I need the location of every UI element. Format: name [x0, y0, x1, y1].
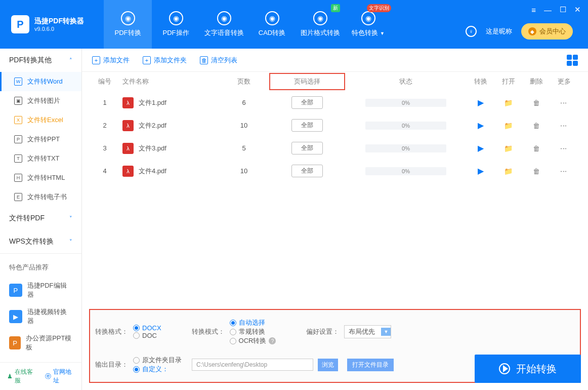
page-range-button[interactable]: 全部: [291, 96, 323, 109]
headset-icon: ♟: [7, 373, 13, 380]
app-version: v9.0.6.0: [34, 26, 84, 32]
more-icon[interactable]: ⋮: [560, 100, 568, 105]
top-tab-4[interactable]: 新◉图片格式转换: [296, 0, 344, 49]
add-file-button[interactable]: +添加文件: [92, 56, 130, 65]
top-tab-5[interactable]: 文字识别◉特色转换▼: [344, 0, 392, 49]
add-folder-button[interactable]: +添加文件夹: [143, 56, 187, 65]
pdf-icon: λ: [122, 143, 134, 154]
minimize-icon[interactable]: —: [544, 6, 552, 14]
more-icon[interactable]: ⋮: [560, 168, 568, 174]
sidebar-group-0[interactable]: PDF转换其他˄: [0, 49, 81, 72]
sidebar-item-0-6[interactable]: E文件转电子书: [0, 187, 81, 207]
progress-bar: 0%: [365, 167, 446, 175]
more-icon[interactable]: ⋮: [560, 123, 568, 128]
radio-icon: [230, 320, 236, 326]
progress-bar: 0%: [365, 122, 446, 130]
sidebar-item-0-2[interactable]: X文件转Excel: [0, 110, 81, 130]
start-convert-button[interactable]: 开始转换: [475, 355, 581, 383]
sidebar-footer: ♟在线客服 ⓔ官网地址: [0, 362, 81, 390]
menu-icon[interactable]: ≡: [531, 6, 536, 14]
sidebar-group-1[interactable]: 文件转PDF˅: [0, 207, 81, 230]
clear-list-button[interactable]: 🗑清空列表: [200, 56, 237, 65]
sidebar-group-2[interactable]: WPS文件转换˅: [0, 230, 81, 253]
page-range-button[interactable]: 全部: [291, 142, 323, 154]
delete-icon[interactable]: 🗑: [533, 99, 540, 107]
user-nickname[interactable]: 这是昵称: [486, 27, 512, 36]
top-tab-3[interactable]: ◉CAD转换: [248, 0, 296, 49]
pref-select[interactable]: 布局优先▼: [344, 325, 391, 338]
sidebar: PDF转换其他˄W文件转Word▣文件转图片X文件转ExcelP文件转PPTT文…: [0, 49, 82, 390]
delete-icon[interactable]: 🗑: [533, 122, 540, 130]
top-tabs: ◉PDF转换◉PDF操作◉文字语音转换◉CAD转换新◉图片格式转换文字识别◉特色…: [104, 0, 392, 49]
convert-play-icon[interactable]: ▶: [478, 144, 484, 152]
sidebar-item-0-4[interactable]: T文件转TXT: [0, 149, 81, 168]
vip-diamond-icon: ◆: [528, 27, 536, 35]
window-controls: ≡ — ☐ ✕: [531, 5, 581, 14]
sidebar-item-0-1[interactable]: ▣文件转图片: [0, 91, 81, 110]
open-folder-icon[interactable]: 📁: [504, 144, 513, 152]
official-site-link[interactable]: ⓔ官网地址: [45, 368, 74, 385]
page-range-button[interactable]: 全部: [291, 119, 323, 132]
table-row: 1 λ文件1.pdf 6 全部 0% ▶ 📁 🗑 ⋮: [82, 91, 588, 114]
file-type-icon: X: [14, 116, 22, 124]
progress-bar: 0%: [365, 99, 446, 107]
file-type-icon: P: [14, 135, 22, 143]
chevron-icon: ˅: [69, 239, 72, 245]
view-switch[interactable]: [567, 55, 578, 66]
close-icon[interactable]: ✕: [574, 5, 581, 14]
badge-new: 新: [331, 4, 340, 12]
delete-icon[interactable]: 🗑: [533, 167, 540, 175]
mode-option-2[interactable]: OCR转换?: [230, 336, 276, 345]
radio-icon: [230, 329, 236, 335]
play-circle-icon: [499, 363, 510, 374]
sidebar-item-0-0[interactable]: W文件转Word: [0, 72, 81, 91]
online-service-link[interactable]: ♟在线客服: [7, 368, 36, 385]
more-icon[interactable]: ⋮: [560, 145, 568, 151]
vip-center-button[interactable]: ◆ 会员中心: [521, 23, 573, 40]
open-folder-icon[interactable]: 📁: [504, 122, 513, 130]
mode-option-0[interactable]: 自动选择: [230, 318, 276, 327]
radio-icon: [133, 325, 140, 331]
sidebar-item-0-3[interactable]: P文件转PPT: [0, 130, 81, 149]
convert-play-icon[interactable]: ▶: [478, 167, 484, 175]
radio-icon: [133, 366, 140, 373]
promo-item-2[interactable]: P办公资源PPT模板: [2, 330, 79, 356]
toolbar: +添加文件 +添加文件夹 🗑清空列表: [82, 49, 588, 72]
top-tab-0[interactable]: ◉PDF转换: [104, 0, 152, 49]
sidebar-item-0-5[interactable]: H文件转HTML: [0, 168, 81, 187]
format-option-DOCX[interactable]: DOCX: [133, 324, 161, 332]
mode-option-1[interactable]: 常规转换: [230, 327, 276, 336]
top-tab-1[interactable]: ◉PDF操作: [152, 0, 200, 49]
page-range-header-highlight: 页码选择: [269, 73, 345, 90]
output-path-input[interactable]: C:\Users\cenfeng\Desktop: [192, 359, 313, 371]
delete-icon[interactable]: 🗑: [533, 144, 540, 152]
radio-icon: [133, 332, 140, 339]
titlebar: P 迅捷PDF转换器 v9.0.6.0 ◉PDF转换◉PDF操作◉文字语音转换◉…: [0, 0, 588, 49]
top-tab-2[interactable]: ◉文字语音转换: [200, 0, 248, 49]
convert-play-icon[interactable]: ▶: [478, 121, 484, 130]
promo-item-1[interactable]: ▶迅捷视频转换器: [2, 303, 79, 330]
chevron-down-icon: ▼: [381, 328, 391, 336]
output-option-1[interactable]: 自定义：: [133, 365, 182, 374]
file-name: 文件3.pdf: [139, 144, 166, 153]
help-icon[interactable]: ?: [269, 337, 276, 344]
browse-button[interactable]: 浏览: [318, 359, 338, 371]
user-avatar-icon[interactable]: ♀: [466, 26, 477, 37]
promo-item-0[interactable]: P迅捷PDF编辑器: [2, 277, 79, 303]
tab-icon: ◉: [265, 11, 279, 25]
open-dir-button[interactable]: 打开文件目录: [347, 359, 394, 371]
mode-label: 转换模式：: [192, 327, 225, 336]
output-option-0[interactable]: 原文件夹目录: [133, 356, 182, 365]
file-name: 文件1.pdf: [139, 98, 166, 107]
chevron-icon: ˅: [69, 215, 72, 222]
globe-icon: ⓔ: [45, 372, 51, 381]
tab-icon: ◉: [169, 11, 183, 25]
format-option-DOC[interactable]: DOC: [133, 332, 161, 339]
page-range-button[interactable]: 全部: [291, 165, 323, 177]
open-folder-icon[interactable]: 📁: [504, 167, 513, 175]
grid-view-icon: [567, 55, 578, 66]
open-folder-icon[interactable]: 📁: [504, 99, 513, 107]
maximize-icon[interactable]: ☐: [560, 5, 566, 14]
convert-play-icon[interactable]: ▶: [478, 98, 484, 107]
pref-label: 偏好设置：: [306, 327, 339, 336]
